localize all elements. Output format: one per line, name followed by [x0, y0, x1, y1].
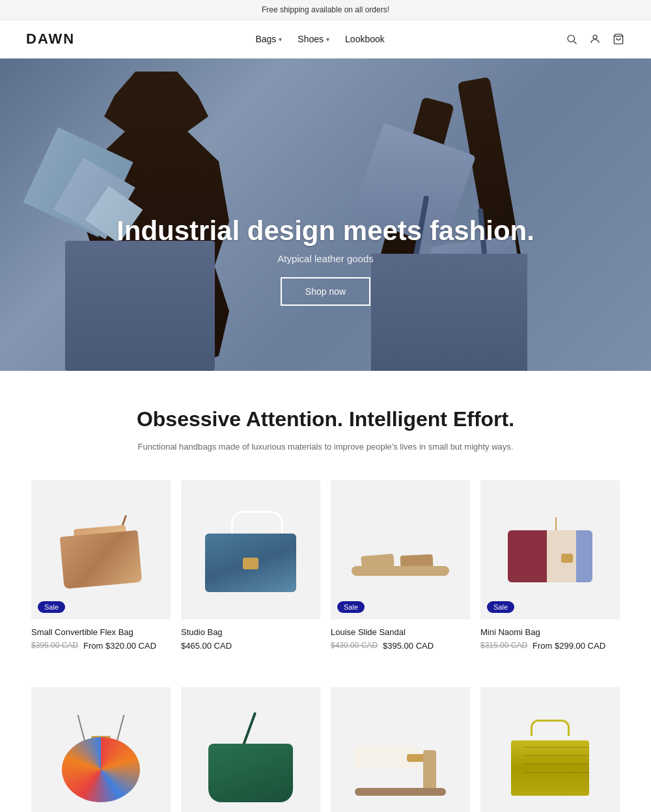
bag-illustration — [505, 517, 596, 582]
product-image — [181, 687, 320, 812]
price-current: From $320.00 CAD — [83, 641, 156, 651]
nav-item-lookbook[interactable]: Lookbook — [345, 34, 385, 44]
svg-point-2 — [593, 35, 597, 39]
product-image-wrapper — [181, 687, 320, 812]
products-grid-row2: Helix $470.00 CAD Bo Ivy $390.00 CAD — [0, 682, 651, 812]
product-name: Small Convertible Flex Bag — [31, 627, 171, 637]
tagline-heading: Obsessive Attention. Intelligent Effort. — [26, 407, 625, 431]
product-image-wrapper: Sale — [331, 480, 470, 619]
product-image — [31, 480, 171, 619]
product-image-wrapper — [331, 687, 470, 812]
hero-section: Industrial design meets fashion. Atypica… — [0, 59, 651, 371]
site-logo[interactable]: DAWN — [26, 31, 75, 47]
sale-badge: Sale — [337, 601, 365, 613]
product-image — [331, 687, 470, 812]
header-icons — [565, 33, 625, 46]
product-card-mini-naomi-bag[interactable]: Sale Mini Naomi Bag $315.00 CAD From $29… — [475, 475, 625, 656]
bag-handle — [231, 511, 283, 537]
price-current: From $299.00 CAD — [533, 641, 605, 651]
shoe-illustration — [348, 524, 452, 576]
cart-icon — [613, 33, 624, 45]
price-original: $315.00 CAD — [480, 641, 527, 650]
product-card-louise-slide-sandal[interactable]: Sale Louise Slide Sandal $430.00 CAD $39… — [326, 475, 475, 656]
price-current: $395.00 CAD — [383, 641, 434, 651]
product-name: Mini Naomi Bag — [480, 627, 620, 637]
shoe-sole — [355, 788, 446, 796]
nav-item-bags[interactable]: Bags ▾ — [255, 34, 282, 44]
main-nav: Bags ▾ Shoes ▾ Lookbook — [255, 34, 384, 44]
product-image-wrapper: Sale — [31, 480, 171, 619]
chevron-down-icon: ▾ — [279, 36, 282, 43]
product-image-wrapper — [181, 480, 320, 619]
tagline-description: Functional handbags made of luxurious ma… — [130, 440, 521, 454]
bag-body — [508, 530, 592, 582]
product-prices: $430.00 CAD $395.00 CAD — [331, 641, 470, 651]
product-name: Louise Slide Sandal — [331, 627, 470, 637]
product-image — [181, 480, 320, 619]
cart-button[interactable] — [612, 33, 625, 46]
bag-body — [208, 744, 293, 802]
shop-now-button[interactable]: Shop now — [281, 277, 370, 306]
sale-badge: Sale — [38, 601, 65, 613]
color-section-blue — [576, 530, 592, 582]
bag-clasp — [561, 554, 573, 563]
account-button[interactable] — [589, 33, 602, 46]
bag-illustration — [199, 508, 303, 592]
hero-title: Industrial design meets fashion. — [0, 215, 651, 247]
price-current: $465.00 CAD — [181, 641, 232, 651]
bag-illustration — [55, 514, 146, 586]
product-image — [331, 480, 470, 619]
site-header: DAWN Bags ▾ Shoes ▾ Lookbook — [0, 20, 651, 59]
search-icon — [566, 33, 577, 45]
product-card-brick[interactable]: Brick $385.00 CAD — [475, 682, 625, 812]
nav-label-bags: Bags — [255, 34, 276, 44]
products-grid-row1: Sale Small Convertible Flex Bag $395.00 … — [0, 475, 651, 682]
product-image-wrapper — [480, 687, 620, 812]
tagline-section: Obsessive Attention. Intelligent Effort.… — [0, 371, 651, 475]
hero-left-image — [0, 59, 319, 371]
product-image-wrapper: Sale — [480, 480, 620, 619]
announcement-bar: Free shipping available on all orders! — [0, 0, 651, 20]
announcement-text: Free shipping available on all orders! — [262, 5, 389, 14]
nav-label-lookbook: Lookbook — [345, 34, 385, 44]
product-card-bo-ivy[interactable]: Bo Ivy $390.00 CAD — [176, 682, 326, 812]
nav-label-shoes: Shoes — [298, 34, 324, 44]
nav-item-shoes[interactable]: Shoes ▾ — [298, 34, 329, 44]
hero-subtitle: Atypical leather goods — [0, 253, 651, 264]
product-card-convertible-flex-bag[interactable]: Sale Small Convertible Flex Bag $395.00 … — [26, 475, 176, 656]
account-icon — [589, 33, 601, 45]
product-card-helix[interactable]: Helix $470.00 CAD — [26, 682, 176, 812]
bag-body — [62, 737, 140, 802]
price-original: $430.00 CAD — [331, 641, 378, 650]
bag-clasp — [243, 558, 258, 569]
bag-body — [60, 530, 143, 589]
product-card-pleated-heel-mule[interactable]: Pleated Heel Mule $495.00 CAD — [326, 682, 475, 812]
bag-illustration — [52, 711, 150, 802]
bag-illustration — [505, 718, 596, 796]
product-prices: $465.00 CAD — [181, 641, 320, 651]
bag-handle — [531, 720, 570, 736]
search-button[interactable] — [565, 33, 578, 46]
shoe-illustration — [348, 718, 452, 796]
product-image-wrapper — [31, 687, 171, 812]
sale-badge: Sale — [487, 601, 514, 613]
product-card-studio-bag[interactable]: Studio Bag $465.00 CAD — [176, 475, 326, 656]
product-image — [31, 687, 171, 812]
product-image — [480, 480, 620, 619]
color-section-dark — [508, 530, 547, 582]
bag-body — [511, 740, 589, 796]
svg-point-0 — [568, 35, 575, 42]
product-name: Studio Bag — [181, 627, 320, 637]
svg-line-1 — [574, 41, 576, 44]
price-original: $395.00 CAD — [31, 641, 78, 650]
bag-illustration — [202, 711, 299, 802]
hero-content: Industrial design meets fashion. Atypica… — [0, 215, 651, 306]
product-prices: $395.00 CAD From $320.00 CAD — [31, 641, 171, 651]
quilting-pattern — [524, 747, 589, 786]
product-image — [480, 687, 620, 812]
chevron-down-icon: ▾ — [326, 36, 329, 43]
shoe-sole — [352, 566, 449, 576]
hero-right-image — [332, 59, 651, 371]
shoe-heel — [423, 750, 436, 789]
product-prices: $315.00 CAD From $299.00 CAD — [480, 641, 620, 651]
